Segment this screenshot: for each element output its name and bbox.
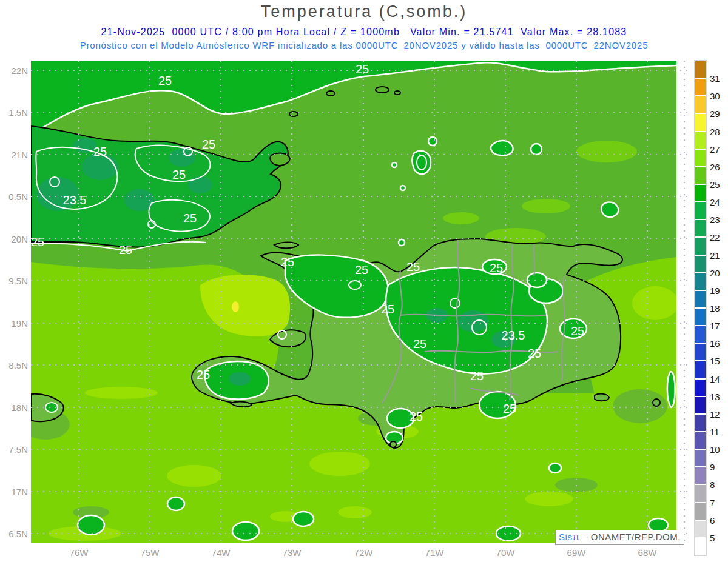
contour-value-label: 25 xyxy=(571,324,584,338)
colorbar-tick-label: 5 xyxy=(710,532,715,543)
colorbar-tick-label: 9 xyxy=(710,462,715,472)
x-axis-tick-label: 76W xyxy=(61,547,97,558)
contour-value-label: 25 xyxy=(158,74,172,87)
colorbar-cell xyxy=(695,255,706,273)
y-axis-tick-label: 9.5N xyxy=(1,276,28,286)
colorbar-tick-label: 24 xyxy=(710,197,720,207)
colorbar-cell xyxy=(695,184,706,202)
colorbar-cell xyxy=(695,396,706,414)
colorbar-cell xyxy=(695,149,706,167)
contour-value-label: 25 xyxy=(470,369,484,383)
colorbar-tick-label: 29 xyxy=(710,109,720,119)
colorbar-tick-label: 22 xyxy=(710,232,720,243)
contour-value-label: 25 xyxy=(172,168,186,181)
colorbar-cell xyxy=(695,484,706,502)
contour-value-label: 23.5 xyxy=(63,193,87,207)
colorbar-tick-label: 7 xyxy=(710,497,715,507)
sis-logo-text: Sis xyxy=(559,532,572,542)
colorbar-tick-label: 15 xyxy=(710,356,720,366)
contour-value-label: 25 xyxy=(183,212,197,225)
contour-value-label: 25 xyxy=(119,243,132,256)
contour-value-label: 23.5 xyxy=(502,329,525,342)
onamet-watermark: Sisπ – ONAMET/REP.DOM. xyxy=(555,530,684,545)
y-axis-tick-label: 19N xyxy=(1,318,28,329)
contour-value-label: 25 xyxy=(202,138,215,151)
contour-value-label: 25 xyxy=(93,145,107,158)
colorbar-cell xyxy=(695,449,706,467)
y-axis-tick-label: 21N xyxy=(1,150,28,160)
y-axis-tick-label: 18N xyxy=(1,403,28,413)
temperature-colorbar xyxy=(695,61,706,555)
colorbar-tick-label: 8 xyxy=(710,480,715,490)
colorbar-cell xyxy=(695,167,706,184)
colorbar-cell xyxy=(695,379,706,396)
colorbar-cell xyxy=(695,237,706,255)
colorbar-cell xyxy=(695,326,706,343)
colorbar-tick-label: 20 xyxy=(710,267,720,278)
x-axis-tick-label: 74W xyxy=(203,547,239,558)
temperature-contour-map: 252525252523.525252525252525252523.52525… xyxy=(31,61,687,543)
x-axis-tick-label: 73W xyxy=(274,547,310,558)
colorbar-tick-label: 17 xyxy=(710,321,720,331)
y-axis-tick-label: 8.5N xyxy=(1,360,28,370)
colorbar-cell xyxy=(695,132,706,149)
weather-map-screen: Temperatura (C,somb.) 21-Nov-2025 0000 U… xyxy=(0,0,728,562)
colorbar-cell xyxy=(695,308,706,326)
colorbar-tick-label: 6 xyxy=(710,515,715,525)
colorbar-cell xyxy=(695,503,706,520)
colorbar-cell xyxy=(695,113,706,131)
x-axis-tick-label: 71W xyxy=(416,547,453,558)
colorbar-cell xyxy=(695,78,706,96)
colorbar-cell xyxy=(695,467,706,484)
colorbar-cell xyxy=(695,202,706,219)
forecast-datetime-line: 21-Nov-2025 0000 UTC / 8:00 pm Hora Loca… xyxy=(0,27,728,38)
x-axis-tick-label: 72W xyxy=(345,547,382,558)
colorbar-cell xyxy=(695,538,706,555)
y-axis-tick-label: 6.5N xyxy=(1,529,28,539)
colorbar-cell xyxy=(695,290,706,308)
colorbar-tick-label: 19 xyxy=(710,285,720,295)
contour-value-label: 25 xyxy=(355,263,368,276)
colorbar-cell xyxy=(695,361,706,378)
colorbar-tick-label: 31 xyxy=(710,73,720,84)
colorbar-tick-label: 21 xyxy=(710,250,720,260)
colorbar-cell xyxy=(695,520,706,538)
colorbar-tick-label: 14 xyxy=(710,373,720,384)
watermark-text: – ONAMET/REP.DOM. xyxy=(580,532,681,542)
model-info-line: Pronóstico con el Modelo Atmósferico WRF… xyxy=(0,40,728,50)
contour-value-label: 25 xyxy=(528,347,541,360)
colorbar-tick-label: 26 xyxy=(710,161,720,172)
pi-logo-glyph: π xyxy=(572,531,579,543)
colorbar-tick-label: 10 xyxy=(710,444,720,455)
y-axis-tick-label: 1.5N xyxy=(1,107,28,118)
colorbar-cell xyxy=(695,96,706,113)
page-title: Temperatura (C,somb.) xyxy=(0,2,728,21)
colorbar-tick-label: 12 xyxy=(710,409,720,419)
x-axis-tick-label: 69W xyxy=(558,547,595,558)
colorbar-cell xyxy=(695,273,706,290)
colorbar-cell xyxy=(695,219,706,237)
colorbar-tick-label: 16 xyxy=(710,338,720,349)
x-axis-tick-label: 68W xyxy=(629,547,666,558)
colorbar-tick-label: 28 xyxy=(710,126,720,136)
contour-value-label: 25 xyxy=(197,368,210,381)
colorbar-tick-label: 23 xyxy=(710,215,720,225)
yellow-hotspot xyxy=(232,301,239,312)
colorbar-tick-label: 25 xyxy=(710,179,720,190)
colorbar-tick-label: 11 xyxy=(710,427,720,437)
colorbar-cell xyxy=(695,343,706,361)
y-axis-tick-label: 22N xyxy=(1,65,28,76)
colorbar-tick-label: 18 xyxy=(710,303,720,313)
colorbar-tick-label: 13 xyxy=(710,391,720,401)
contour-value-label: 25 xyxy=(410,410,423,423)
contour-value-label: 25 xyxy=(381,303,394,316)
colorbar-cell xyxy=(695,61,706,78)
colorbar-tick-label: 27 xyxy=(710,144,720,154)
colorbar-cell xyxy=(695,432,706,449)
x-axis-tick-label: 70W xyxy=(487,547,524,558)
contour-value-label: 25 xyxy=(490,261,503,275)
contour-value-label: 25 xyxy=(413,337,426,350)
colorbar-tick-label: 30 xyxy=(710,91,720,101)
contour-value-label: 25 xyxy=(406,260,420,273)
y-axis-tick-label: 0.5N xyxy=(1,192,28,202)
